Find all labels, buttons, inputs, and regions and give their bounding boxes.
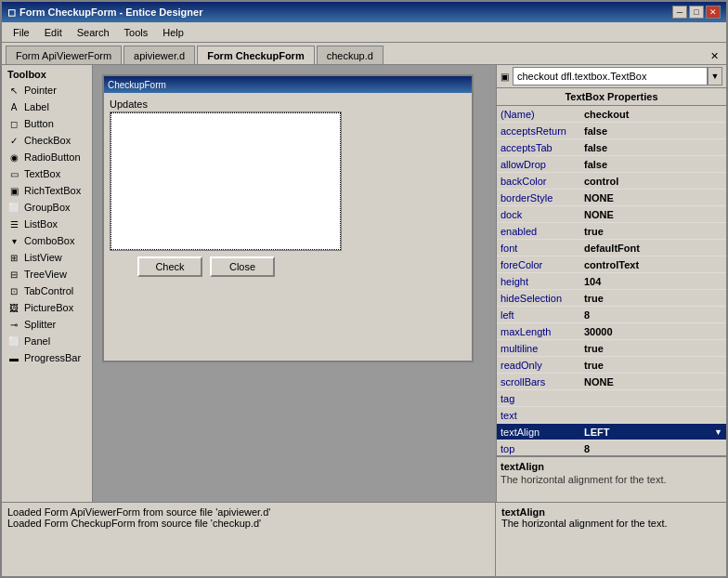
tool-splitter[interactable]: ⊸ Splitter — [4, 316, 90, 333]
minimize-button[interactable]: ─ — [672, 6, 687, 19]
props-row[interactable]: textAlignLEFT▼ — [497, 424, 726, 440]
props-scroll-area[interactable]: (Name)checkoutacceptsReturnfalseacceptsT… — [497, 106, 726, 455]
listview-icon: ⊞ — [7, 251, 20, 264]
props-row[interactable]: readOnlytrue — [497, 357, 726, 374]
tool-richtextbox[interactable]: ▣ RichTextBox — [4, 182, 90, 199]
props-row[interactable]: tag — [497, 390, 726, 407]
tool-pointer[interactable]: ↖ Pointer — [4, 82, 90, 99]
tool-textbox[interactable]: ▭ TextBox — [4, 165, 90, 182]
tool-progressbar[interactable]: ▬ ProgressBar — [4, 349, 90, 366]
form-canvas-titlebar: CheckupForm — [104, 76, 472, 93]
props-row-value: control — [580, 176, 726, 187]
props-row[interactable]: allowDropfalse — [497, 156, 726, 173]
label-icon: A — [7, 100, 20, 113]
tab-close-button[interactable]: ✕ — [707, 48, 722, 64]
check-button[interactable]: Check — [137, 256, 202, 277]
props-row[interactable]: (Name)checkout — [497, 106, 726, 123]
props-row-value: false — [580, 125, 726, 137]
tool-tabcontrol-label: TabControl — [24, 285, 73, 296]
toolbox-title: Toolbox — [4, 67, 90, 82]
tool-groupbox-label: GroupBox — [24, 202, 71, 213]
tool-label[interactable]: A Label — [4, 99, 90, 115]
tab-apiviewerform[interactable]: Form ApiViewerForm — [6, 46, 122, 64]
panel-icon: ⬜ — [7, 335, 20, 348]
tool-listbox[interactable]: ☰ ListBox — [4, 216, 90, 232]
menu-file[interactable]: File — [6, 25, 37, 40]
props-row[interactable]: foreColorcontrolText — [497, 256, 726, 273]
tool-groupbox[interactable]: ⬜ GroupBox — [4, 199, 90, 216]
menu-help[interactable]: Help — [155, 25, 191, 40]
props-desc-title: textAlign — [500, 461, 722, 472]
props-row[interactable]: text — [497, 407, 726, 424]
title-text: ◻ Form CheckupForm - Entice Designer — [7, 7, 202, 19]
tab-apiviewer-d[interactable]: apiviewer.d — [124, 46, 195, 64]
combobox-icon: ▾ — [7, 234, 20, 247]
tool-panel-label: Panel — [24, 335, 50, 347]
tool-listview[interactable]: ⊞ ListView — [4, 249, 90, 266]
props-row-name: acceptsReturn — [497, 125, 580, 137]
splitter-icon: ⊸ — [7, 318, 20, 331]
props-row[interactable]: dockNONE — [497, 206, 726, 223]
tool-pointer-label: Pointer — [24, 85, 57, 96]
props-row[interactable]: enabledtrue — [497, 223, 726, 240]
props-row-value: NONE — [580, 376, 726, 388]
props-row[interactable]: hideSelectiontrue — [497, 290, 726, 307]
tab-checkup-d[interactable]: checkup.d — [317, 46, 384, 64]
props-row[interactable]: backColorcontrol — [497, 173, 726, 190]
tool-radiobutton-label: RadioButton — [24, 151, 81, 163]
form-canvas: CheckupForm Updates Check Close — [102, 74, 474, 362]
props-row[interactable]: borderStyleNONE — [497, 190, 726, 206]
form-canvas-title: CheckupForm — [108, 80, 166, 90]
tool-panel[interactable]: ⬜ Panel — [4, 333, 90, 349]
tool-picturebox[interactable]: 🖼 PictureBox — [4, 299, 90, 316]
props-row[interactable]: multilinetrue — [497, 340, 726, 357]
props-row[interactable]: acceptsReturnfalse — [497, 123, 726, 139]
checkbox-icon: ✓ — [7, 134, 20, 147]
textarea-box[interactable] — [110, 112, 342, 251]
props-row[interactable]: acceptsTabfalse — [497, 139, 726, 156]
props-description: textAlign The horizontal alignment for t… — [497, 455, 726, 502]
props-row-name: left — [497, 309, 580, 321]
tool-textbox-label: TextBox — [24, 168, 60, 179]
tool-splitter-label: Splitter — [24, 319, 56, 330]
menu-search[interactable]: Search — [70, 25, 117, 40]
tool-checkbox[interactable]: ✓ CheckBox — [4, 132, 90, 149]
props-dropdown-arrow[interactable]: ▼ — [708, 67, 722, 85]
props-row-value: false — [580, 159, 726, 170]
props-row-name: multiline — [497, 343, 580, 354]
props-title: TextBox Properties — [497, 88, 726, 106]
props-row-value: defaultFont — [580, 243, 726, 254]
tool-progressbar-label: ProgressBar — [24, 352, 81, 363]
props-row-name: textAlign — [497, 427, 580, 438]
tab-checkupform[interactable]: Form CheckupForm — [197, 46, 315, 64]
props-row[interactable]: top8 — [497, 440, 726, 455]
props-row-value[interactable]: LEFT▼ — [580, 427, 726, 438]
props-row[interactable]: height104 — [497, 273, 726, 290]
props-row[interactable]: scrollBarsNONE — [497, 374, 726, 390]
props-row[interactable]: left8 — [497, 307, 726, 323]
props-value-dropdown-arrow[interactable]: ▼ — [714, 427, 722, 437]
tool-treeview[interactable]: ⊟ TreeView — [4, 266, 90, 282]
status-messages: Loaded Form ApiViewerForm from source fi… — [2, 503, 496, 576]
props-row-name: acceptsTab — [497, 142, 580, 153]
props-row[interactable]: fontdefaultFont — [497, 240, 726, 256]
props-row-name: top — [497, 443, 580, 454]
tool-combobox[interactable]: ▾ ComboBox — [4, 232, 90, 249]
props-row-name: (Name) — [497, 109, 580, 120]
props-dropdown[interactable]: checkout dfl.textbox.TextBox — [513, 67, 708, 85]
props-row-name: maxLength — [497, 326, 580, 337]
tool-radiobutton[interactable]: ◉ RadioButton — [4, 149, 90, 165]
props-row[interactable]: maxLength30000 — [497, 323, 726, 340]
menu-edit[interactable]: Edit — [37, 25, 70, 40]
tool-picturebox-label: PictureBox — [24, 302, 73, 313]
close-button[interactable]: Close — [210, 256, 275, 277]
tool-listbox-label: ListBox — [24, 218, 58, 230]
menu-tools[interactable]: Tools — [117, 25, 156, 40]
tool-button[interactable]: ◻ Button — [4, 115, 90, 132]
tool-richtextbox-label: RichTextBox — [24, 185, 81, 196]
status-right-text: The horizontal alignment for the text. — [501, 518, 721, 529]
design-area: CheckupForm Updates Check Close — [93, 65, 496, 502]
tool-tabcontrol[interactable]: ⊡ TabControl — [4, 282, 90, 299]
maximize-button[interactable]: □ — [689, 6, 704, 19]
close-button[interactable]: ✕ — [706, 6, 721, 19]
